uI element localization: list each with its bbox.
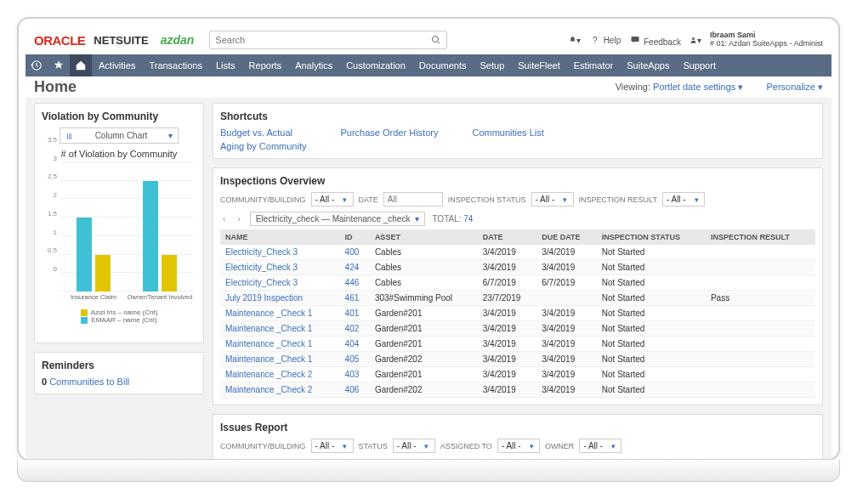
shortcut-link[interactable]: Budget vs. Actual bbox=[220, 127, 307, 138]
feedback-icon bbox=[629, 34, 641, 46]
table-row: Maintenance _Check 2406Garden#2023/4/201… bbox=[220, 382, 815, 398]
shortcut-link[interactable]: Aging by Community bbox=[220, 141, 307, 151]
notifications-icon[interactable]: ▾ bbox=[569, 34, 581, 46]
cell bbox=[706, 352, 815, 367]
cell: 6/7/2019 bbox=[478, 275, 537, 291]
laptop-base bbox=[17, 460, 840, 482]
issues-status-filter[interactable]: - All -▾ bbox=[393, 439, 435, 453]
cell[interactable]: Electricity_Check 3 bbox=[220, 260, 340, 275]
global-search[interactable] bbox=[209, 31, 447, 49]
status-filter[interactable]: - All -▾ bbox=[531, 192, 574, 207]
cell: 3/4/2019 bbox=[478, 321, 537, 337]
cell: 6/7/2019 bbox=[536, 275, 597, 291]
col-header[interactable]: DATE bbox=[478, 229, 537, 245]
nav-customization[interactable]: Customization bbox=[339, 54, 412, 76]
cell: Not Started bbox=[597, 367, 706, 382]
inspections-title: Inspections Overview bbox=[220, 175, 815, 187]
col-header[interactable]: ID bbox=[340, 229, 370, 245]
star-icon[interactable] bbox=[48, 54, 70, 76]
feedback-link[interactable]: Feedback bbox=[629, 34, 681, 47]
nav-support[interactable]: Support bbox=[676, 54, 723, 76]
inspections-filters: COMMUNITY/BUILDING - All -▾ DATE All INS… bbox=[220, 192, 815, 207]
col-header[interactable]: DUE DATE bbox=[536, 229, 597, 245]
cell: 23/7/2019 bbox=[478, 291, 537, 306]
cell[interactable]: Maintenance _Check 1 bbox=[220, 337, 340, 352]
laptop-frame: ORACLE NETSUITE azdan ▾ ? Help Feedback … bbox=[17, 17, 840, 461]
date-filter[interactable]: All bbox=[383, 192, 443, 207]
cell[interactable]: Electricity_Check 3 bbox=[220, 245, 340, 260]
cell[interactable]: 406 bbox=[340, 382, 370, 398]
help-link[interactable]: ? Help bbox=[589, 34, 621, 46]
cell: Garden#201 bbox=[370, 321, 478, 337]
result-filter[interactable]: - All -▾ bbox=[662, 192, 705, 207]
col-header[interactable]: INSPECTION RESULT bbox=[706, 229, 815, 245]
prev-page[interactable]: ‹ bbox=[220, 214, 228, 224]
main-nav: ActivitiesTransactionsListsReportsAnalyt… bbox=[26, 54, 831, 76]
col-header[interactable]: ASSET bbox=[370, 229, 478, 245]
next-page[interactable]: › bbox=[235, 214, 242, 224]
cell[interactable]: 400 bbox=[340, 245, 370, 260]
cell[interactable]: 402 bbox=[340, 321, 370, 337]
cell[interactable]: 446 bbox=[340, 275, 370, 291]
cell[interactable]: 403 bbox=[340, 367, 370, 382]
home-icon[interactable] bbox=[70, 54, 92, 76]
cell bbox=[706, 260, 815, 275]
cell[interactable]: Maintenance _Check 1 bbox=[220, 352, 340, 367]
netsuite-logo: NETSUITE bbox=[94, 34, 148, 47]
cell: Not Started bbox=[597, 306, 706, 321]
col-header[interactable]: NAME bbox=[220, 229, 340, 245]
nav-reports[interactable]: Reports bbox=[242, 54, 289, 76]
nav-estimator[interactable]: Estimator bbox=[567, 54, 620, 76]
top-bar: ORACLE NETSUITE azdan ▾ ? Help Feedback … bbox=[26, 25, 831, 54]
cell[interactable]: July 2019 Inspection bbox=[220, 291, 340, 306]
cb-filter[interactable]: - All -▾ bbox=[311, 192, 354, 207]
issues-cb-filter[interactable]: - All -▾ bbox=[311, 439, 354, 453]
cell: 3/4/2019 bbox=[478, 260, 537, 275]
search-icon bbox=[431, 35, 441, 45]
inspections-pager: ‹ › Electricity_check — Maintenance _che… bbox=[220, 212, 815, 226]
cell[interactable]: 404 bbox=[340, 337, 370, 352]
nav-analytics[interactable]: Analytics bbox=[288, 54, 339, 76]
cell[interactable]: Maintenance _Check 1 bbox=[220, 306, 340, 321]
range-select[interactable]: Electricity_check — Maintenance _check▾ bbox=[250, 212, 426, 226]
nav-activities[interactable]: Activities bbox=[92, 54, 142, 76]
history-icon[interactable] bbox=[26, 54, 48, 76]
nav-transactions[interactable]: Transactions bbox=[142, 54, 209, 76]
cell[interactable]: 401 bbox=[340, 306, 370, 321]
cell: 3/4/2019 bbox=[536, 245, 597, 260]
cell: 3/4/2019 bbox=[478, 367, 537, 382]
personalize-link[interactable]: Personalize ▾ bbox=[756, 82, 823, 92]
issues-portlet: Issues Report COMMUNITY/BUILDING - All -… bbox=[213, 414, 823, 459]
nav-lists[interactable]: Lists bbox=[209, 54, 242, 76]
nav-setup[interactable]: Setup bbox=[474, 54, 512, 76]
screen: ORACLE NETSUITE azdan ▾ ? Help Feedback … bbox=[26, 25, 831, 459]
help-icon: ? bbox=[589, 34, 601, 46]
cell: Not Started bbox=[597, 291, 706, 306]
cell[interactable]: Maintenance _Check 1 bbox=[220, 321, 340, 337]
chart-type-select[interactable]: ⫼Column Chart▾ bbox=[60, 127, 179, 144]
issues-owner-filter[interactable]: - All -▾ bbox=[579, 439, 621, 453]
issues-assigned-filter[interactable]: - All -▾ bbox=[497, 439, 540, 453]
col-header[interactable]: INSPECTION STATUS bbox=[597, 229, 706, 245]
nav-documents[interactable]: Documents bbox=[412, 54, 474, 76]
shortcut-link[interactable]: Communities List bbox=[472, 127, 543, 138]
search-input[interactable] bbox=[215, 35, 431, 45]
cell: Cables bbox=[370, 275, 478, 291]
cell[interactable]: Maintenance _Check 2 bbox=[220, 367, 340, 382]
cell[interactable]: 405 bbox=[340, 352, 370, 367]
user-icon[interactable]: ▾ bbox=[690, 34, 701, 46]
nav-suitefleet[interactable]: SuiteFleet bbox=[511, 54, 567, 76]
cell[interactable]: 424 bbox=[340, 260, 370, 275]
viewing-link[interactable]: Viewing: Portlet date settings ▾ bbox=[605, 82, 744, 92]
cell bbox=[706, 367, 815, 382]
nav-suiteapps[interactable]: SuiteApps bbox=[620, 54, 676, 76]
cell[interactable]: 461 bbox=[340, 291, 370, 306]
cell bbox=[706, 306, 815, 321]
cell[interactable]: Maintenance _Check 2 bbox=[220, 382, 340, 398]
reminder-item[interactable]: 0Communities to Bill bbox=[42, 377, 196, 387]
issues-filters: COMMUNITY/BUILDING - All -▾ STATUS - All… bbox=[220, 439, 815, 453]
cell[interactable]: Electricity_Check 3 bbox=[220, 275, 340, 291]
shortcut-link[interactable]: Purchase Order History bbox=[341, 127, 439, 138]
page-title: Home bbox=[34, 78, 77, 96]
cell bbox=[706, 321, 815, 337]
